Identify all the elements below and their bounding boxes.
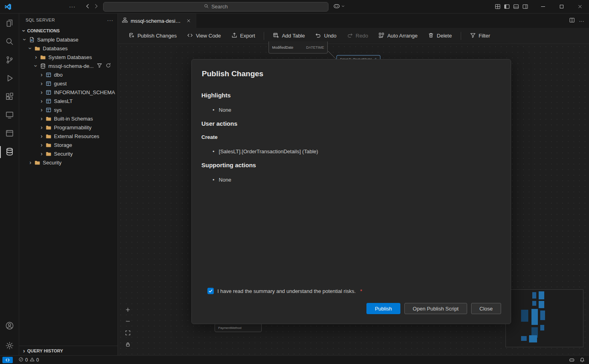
chevron-icon (38, 116, 45, 121)
close-window-button[interactable] (571, 0, 589, 13)
view-code-button[interactable]: View Code (182, 30, 226, 42)
menu-item[interactable] (22, 5, 30, 8)
sidebar-more-button[interactable]: ··· (107, 17, 113, 23)
menu-item[interactable] (30, 5, 37, 8)
zoom-out-button[interactable] (123, 317, 132, 326)
editor-actions-more-button[interactable]: ··· (579, 18, 584, 24)
tree-item-mssql-schema-db[interactable]: mssql-schema-de... (19, 61, 117, 70)
toggle-secondary-sidebar-button[interactable] (522, 4, 528, 10)
filter-icon[interactable] (97, 63, 102, 69)
notifications-bell-icon[interactable] (579, 357, 585, 363)
activity-workspace[interactable] (0, 125, 19, 143)
activity-search[interactable] (0, 33, 19, 51)
chevron-icon (38, 142, 45, 147)
delete-button[interactable]: Delete (423, 30, 457, 42)
back-button[interactable] (85, 3, 91, 10)
activity-extensions[interactable] (0, 88, 19, 106)
minimize-button[interactable] (534, 0, 552, 13)
connections-section-header[interactable]: CONNECTIONS (19, 26, 117, 35)
export-button[interactable]: Export (226, 30, 261, 42)
menu-item[interactable] (58, 5, 66, 8)
redo-button[interactable]: Redo (342, 30, 373, 42)
maximize-button[interactable] (552, 0, 571, 13)
zoom-in-button[interactable] (123, 305, 132, 314)
chevron-icon (38, 125, 45, 130)
tree-item-built-in-schemas[interactable]: Built-in Schemas (19, 114, 117, 123)
refresh-icon[interactable] (105, 63, 111, 69)
folder-icon (45, 142, 52, 148)
forward-button[interactable] (93, 3, 99, 10)
command-center-search[interactable]: Search (103, 2, 328, 12)
activity-explorer[interactable] (0, 14, 19, 33)
table-card-fragment[interactable]: ModifiedDate DATETIME (269, 42, 328, 53)
source-control-icon (5, 55, 14, 65)
publish-changes-dialog: Publish Changes Highlights None User act… (191, 59, 511, 324)
chevron-icon (38, 90, 45, 95)
copilot-menu-button[interactable] (333, 3, 345, 11)
table-card-fragment[interactable]: PaymentMethod (215, 323, 262, 332)
add-table-button[interactable]: Add Table (268, 30, 310, 42)
copilot-status-icon[interactable] (569, 357, 575, 363)
menu-item[interactable] (44, 5, 51, 8)
query-history-section-header[interactable]: QUERY HISTORY (19, 346, 117, 355)
minimap[interactable] (505, 289, 583, 347)
toggle-sidebar-button[interactable] (504, 4, 510, 10)
fit-view-button[interactable] (123, 328, 132, 337)
accounts-button[interactable] (0, 317, 19, 335)
schema-icon (45, 107, 52, 113)
tree-item-databases[interactable]: Databases (19, 44, 117, 53)
summary-item: [SalesLT].[OrderTransactionDetails] (Tab… (213, 147, 501, 155)
tab-mssql-schema-designer[interactable]: mssql-schema-designer (118, 14, 196, 28)
remote-explorer-icon (5, 111, 14, 121)
zoom-controls (123, 305, 132, 349)
chevron-icon (38, 134, 45, 138)
remote-indicator[interactable] (2, 357, 13, 363)
menu-item[interactable] (37, 5, 44, 8)
tree-item-information-schema[interactable]: INFORMATION_SCHEMA (19, 88, 117, 97)
folder-icon (39, 54, 46, 60)
tree-item-system-databases[interactable]: System Databases (19, 53, 117, 61)
tree-item-storage[interactable]: Storage (19, 140, 117, 149)
close-tab-icon[interactable] (185, 18, 192, 24)
tree-item-sys[interactable]: sys (19, 105, 117, 114)
tree-item-programmability[interactable]: Programmability (19, 123, 117, 132)
risk-acknowledge-checkbox[interactable] (207, 288, 214, 294)
publish-changes-button[interactable]: Publish Changes (123, 30, 182, 42)
tree-item-guest[interactable]: guest (19, 79, 117, 88)
chevron-icon (21, 348, 27, 353)
problems-indicator[interactable]: 0 0 (16, 356, 41, 364)
menu-item[interactable] (15, 5, 22, 8)
menubar-more-button[interactable]: ··· (66, 2, 79, 11)
activity-sql-server[interactable] (0, 143, 19, 161)
toggle-panel-button[interactable] (513, 4, 519, 10)
lock-view-button[interactable] (123, 340, 132, 349)
menu-item[interactable] (51, 5, 58, 8)
activity-run-and-debug[interactable] (0, 69, 19, 88)
create-list: [SalesLT].[OrderTransactionDetails] (Tab… (213, 147, 501, 155)
tree-item-external-resources[interactable]: External Resources (19, 132, 117, 140)
undo-button[interactable]: Undo (310, 30, 342, 42)
dialog-title: Publish Changes (202, 69, 501, 78)
activity-source-control[interactable] (0, 51, 19, 69)
errors-icon (18, 357, 24, 363)
open-publish-script-button[interactable]: Open Publish Script (404, 303, 467, 314)
split-editor-icon[interactable] (569, 17, 575, 24)
undo-icon (315, 32, 321, 40)
toolbar-separator (264, 32, 264, 40)
tree-item-sample-database[interactable]: Sample Database (19, 35, 117, 44)
workspace-icon (5, 129, 14, 139)
chevron-icon (27, 160, 34, 165)
settings-button[interactable] (0, 337, 19, 355)
tree-item-security-db[interactable]: Security (19, 149, 117, 158)
close-dialog-button[interactable]: Close (471, 303, 501, 314)
auto-arrange-button[interactable]: Auto Arrange (373, 30, 423, 42)
filter-button[interactable]: Filter (465, 30, 495, 42)
tree-item-security-server[interactable]: Security (19, 158, 117, 167)
warnings-count: 0 (36, 357, 39, 363)
summary-item: None (213, 176, 501, 184)
tree-item-dbo[interactable]: dbo (19, 70, 117, 79)
publish-button[interactable]: Publish (366, 303, 400, 314)
customize-layout-button[interactable] (495, 4, 501, 10)
tree-item-saleslt[interactable]: SalesLT (19, 97, 117, 105)
activity-remote-explorer[interactable] (0, 106, 19, 125)
